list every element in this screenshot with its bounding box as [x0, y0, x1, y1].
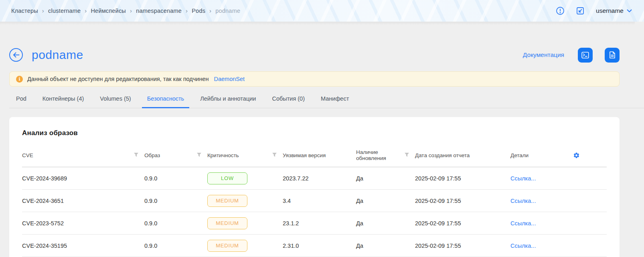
- details-link[interactable]: Ссылка...: [510, 198, 536, 204]
- details-link[interactable]: Ссылка...: [510, 175, 536, 182]
- cve-id: CVE-2024-35195: [22, 235, 144, 257]
- column-header-report-date: Дата создания отчета: [415, 152, 470, 158]
- chevron-down-icon: [627, 9, 632, 13]
- table-row: CVE-2024-35195 0.9.0 MEDIUM 2.31.0 Да 20…: [22, 235, 607, 257]
- page-header: podname Документация: [9, 46, 620, 64]
- user-menu[interactable]: username: [596, 7, 632, 14]
- arrow-left-icon: [13, 52, 20, 58]
- tab-volumes[interactable]: Volumes (5): [95, 91, 136, 108]
- panel-title: Анализ образов: [22, 129, 607, 137]
- topbar: Кластеры › clustername › Неймспейсы › na…: [0, 0, 644, 22]
- severity-badge: MEDIUM: [207, 217, 247, 229]
- details-link[interactable]: Ссылка...: [510, 220, 536, 227]
- vulnerable-version: 23.1.2: [283, 212, 356, 235]
- breadcrumb-item-pods[interactable]: Pods: [192, 8, 205, 14]
- vulnerable-version: 3.4: [283, 190, 356, 212]
- documentation-link[interactable]: Документация: [523, 51, 564, 59]
- severity-badge: MEDIUM: [207, 195, 247, 207]
- filter-icon[interactable]: [134, 152, 139, 158]
- severity-badge: LOW: [207, 172, 247, 184]
- report-date: 2025-02-09 17:55: [415, 235, 510, 257]
- breadcrumb-item-namespaces[interactable]: Неймспейсы: [91, 8, 126, 14]
- cve-table: CVE Образ Критичность Уязвимая версия На…: [22, 148, 607, 257]
- tab-containers[interactable]: Контейнеры (4): [37, 91, 89, 108]
- page-title: podname: [32, 48, 83, 62]
- terminal-icon: [581, 52, 589, 59]
- cve-id: CVE-2024-3651: [22, 190, 144, 212]
- details-link[interactable]: Ссылка...: [510, 243, 536, 249]
- breadcrumb-separator: ›: [186, 7, 188, 14]
- alert-icon[interactable]: [556, 6, 565, 15]
- breadcrumb: Кластеры › clustername › Неймспейсы › na…: [11, 8, 240, 14]
- image-analysis-panel: Анализ образов CVE Образ Критичность Уяз…: [9, 117, 620, 257]
- report-date: 2025-02-09 17:55: [415, 190, 510, 212]
- report-date: 2025-02-09 17:55: [415, 167, 510, 190]
- daemonset-link[interactable]: DaemonSet: [214, 76, 245, 82]
- username: username: [596, 7, 624, 14]
- breadcrumb-separator: ›: [42, 7, 44, 14]
- info-icon: i: [16, 76, 23, 83]
- table-row: CVE-2024-39689 0.9.0 LOW 2023.7.22 Да 20…: [22, 167, 607, 190]
- image-version: 0.9.0: [144, 167, 207, 190]
- breadcrumb-item-podname: podname: [215, 8, 240, 14]
- update-available: Да: [356, 167, 415, 190]
- cve-id: CVE-2023-5752: [22, 212, 144, 235]
- filter-icon[interactable]: [404, 152, 409, 158]
- table-row: CVE-2024-3651 0.9.0 MEDIUM 3.4 Да 2025-0…: [22, 190, 607, 212]
- breadcrumb-item-clustername[interactable]: clustername: [48, 8, 81, 14]
- topbar-shadow: [0, 22, 635, 25]
- column-header-vulnerable-version: Уязвимая версия: [283, 152, 326, 158]
- column-header-details: Детали: [510, 152, 529, 158]
- terminal-button[interactable]: [578, 48, 593, 63]
- file-icon: [609, 51, 616, 59]
- tab-events[interactable]: События (0): [267, 91, 310, 108]
- update-available: Да: [356, 212, 415, 235]
- tab-labels-annotations[interactable]: Лейблы и аннотации: [195, 91, 261, 108]
- warning-banner: i Данный объект не доступен для редактир…: [9, 71, 620, 87]
- image-version: 0.9.0: [144, 235, 207, 257]
- table-header-row: CVE Образ Критичность Уязвимая версия На…: [22, 148, 607, 167]
- tab-manifest[interactable]: Манифест: [316, 91, 354, 108]
- warning-text: Данный объект не доступен для редактиров…: [27, 76, 209, 82]
- breadcrumb-item-namespacename[interactable]: namespacename: [136, 8, 182, 14]
- image-version: 0.9.0: [144, 212, 207, 235]
- tab-pod[interactable]: Pod: [11, 91, 32, 108]
- table-row: CVE-2023-5752 0.9.0 MEDIUM 23.1.2 Да 202…: [22, 212, 607, 235]
- tab-bar: Pod Контейнеры (4) Volumes (5) Безопасно…: [9, 91, 644, 108]
- image-version: 0.9.0: [144, 190, 207, 212]
- update-available: Да: [356, 235, 415, 257]
- severity-badge: MEDIUM: [207, 240, 247, 252]
- filter-icon[interactable]: [272, 152, 277, 158]
- breadcrumb-separator: ›: [85, 7, 87, 14]
- column-header-cve: CVE: [22, 152, 33, 158]
- vulnerable-version: 2023.7.22: [283, 167, 356, 190]
- cve-id: CVE-2024-39689: [22, 167, 144, 190]
- manifest-file-button[interactable]: [605, 48, 620, 63]
- vulnerable-version: 2.31.0: [283, 235, 356, 257]
- breadcrumb-separator: ›: [130, 7, 132, 14]
- breadcrumb-separator: ›: [209, 7, 211, 14]
- gear-icon: [573, 152, 580, 159]
- external-link-icon[interactable]: [576, 6, 585, 15]
- report-date: 2025-02-09 17:55: [415, 212, 510, 235]
- column-header-severity: Критичность: [207, 152, 239, 158]
- filter-icon[interactable]: [196, 152, 202, 158]
- tab-security[interactable]: Безопасность: [142, 91, 190, 108]
- column-header-image: Образ: [144, 152, 160, 158]
- back-button[interactable]: [9, 48, 23, 62]
- table-settings-button[interactable]: [571, 152, 580, 159]
- update-available: Да: [356, 190, 415, 212]
- breadcrumb-item-clusters[interactable]: Кластеры: [11, 8, 38, 14]
- column-header-update-available: Наличие обновления: [356, 149, 392, 161]
